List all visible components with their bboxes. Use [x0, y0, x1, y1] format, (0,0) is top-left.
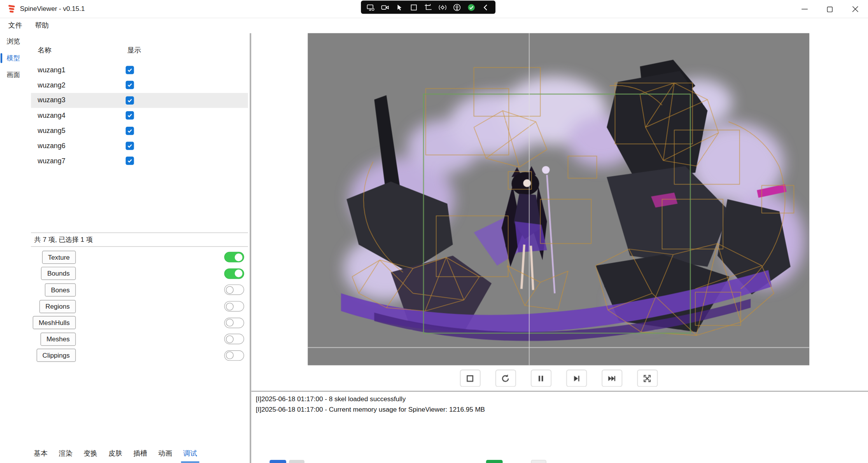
crop-icon[interactable]	[424, 3, 432, 11]
visibility-checkbox[interactable]	[126, 126, 134, 135]
replay-icon	[500, 373, 511, 383]
stop-button[interactable]	[460, 370, 480, 387]
playback-controls	[308, 370, 809, 387]
window-title: SpineViewer - v0.15.1	[20, 5, 85, 13]
model-name: wuzang5	[38, 127, 65, 135]
debug-row: Regions	[31, 298, 244, 314]
visibility-checkbox[interactable]	[126, 157, 134, 165]
meshes-button[interactable]: Meshes	[40, 332, 76, 346]
regions-toggle[interactable]	[224, 301, 244, 311]
model-name: wuzang3	[38, 96, 65, 104]
model-name: wuzang6	[38, 142, 65, 150]
debug-row: Bones	[31, 282, 244, 298]
camera-icon[interactable]	[381, 3, 389, 11]
clippings-toggle[interactable]	[224, 350, 244, 361]
model-row[interactable]: wuzang4	[31, 108, 248, 123]
maximize-button[interactable]	[817, 0, 842, 18]
toggle-knob	[226, 302, 234, 310]
tab-render[interactable]: 渲染	[57, 446, 74, 461]
menu-item-file[interactable]: 文件	[8, 21, 22, 30]
texture-button[interactable]: Texture	[42, 251, 76, 264]
cursor-icon[interactable]	[395, 3, 403, 11]
model-name: wuzang1	[38, 66, 65, 74]
bounds-button[interactable]: Bounds	[41, 267, 76, 280]
capture-toolbar	[361, 0, 495, 14]
tab-skin[interactable]: 皮肤	[107, 446, 124, 461]
model-name: wuzang7	[38, 157, 65, 165]
tab-animation[interactable]: 动画	[157, 446, 174, 461]
debug-row: Bounds	[31, 266, 244, 282]
toggle-knob	[226, 335, 234, 343]
sidebar-item-model[interactable]: 模型	[0, 50, 26, 66]
model-row[interactable]: wuzang5	[31, 123, 248, 138]
window-controls	[792, 0, 868, 18]
render-viewport[interactable]	[308, 33, 809, 365]
visibility-checkbox[interactable]	[126, 66, 134, 74]
tab-slot[interactable]: 插槽	[132, 446, 149, 461]
tab-transform[interactable]: 变换	[82, 446, 99, 461]
log-panel: [I]2025-06-18 01:17:00 - 8 skel loaded s…	[256, 394, 868, 415]
meshes-toggle[interactable]	[224, 334, 244, 344]
frame-icon[interactable]	[410, 3, 418, 11]
titlebar[interactable]: SpineViewer - v0.15.1	[0, 0, 868, 18]
horizontal-splitter[interactable]	[251, 391, 868, 392]
bones-button[interactable]: Bones	[45, 283, 76, 297]
log-line: [I]2025-06-18 01:17:00 - Current memory …	[256, 405, 868, 415]
pause-icon	[536, 373, 546, 383]
accessibility-icon[interactable]	[453, 3, 461, 11]
sidebar-item-screen[interactable]: 画面	[0, 66, 26, 83]
replay-button[interactable]	[495, 370, 516, 387]
minimize-button[interactable]	[792, 0, 817, 18]
texture-toggle[interactable]	[224, 252, 244, 262]
collapse-icon[interactable]	[481, 3, 490, 11]
model-row[interactable]: wuzang3	[31, 93, 248, 108]
regions-button[interactable]: Regions	[39, 300, 76, 313]
tab-basic[interactable]: 基本	[32, 446, 49, 461]
model-name: wuzang4	[38, 112, 65, 119]
spineviewer-window: SpineViewer - v0.15.1 文件帮助 浏览模型画面 名称 显示 …	[0, 0, 868, 463]
minimize-icon	[802, 9, 808, 9]
step-forward-button[interactable]	[566, 370, 587, 387]
column-header-visible: 显示	[127, 46, 141, 55]
bones-toggle[interactable]	[224, 285, 244, 295]
meshhulls-button[interactable]: MeshHulls	[33, 316, 76, 329]
check-icon[interactable]	[467, 3, 475, 11]
clippings-button[interactable]: Clippings	[36, 349, 76, 362]
model-row[interactable]: wuzang1	[31, 63, 248, 78]
model-row[interactable]: wuzang7	[31, 154, 248, 169]
debug-row: Meshes	[31, 331, 244, 347]
bottom-tab-strip: 基本渲染变换皮肤插槽动画调试	[32, 446, 199, 461]
pause-button[interactable]	[530, 370, 551, 387]
toggle-knob	[235, 270, 243, 278]
log-line: [I]2025-06-18 01:17:00 - 8 skel loaded s…	[256, 394, 868, 405]
debug-row: Clippings	[31, 347, 244, 363]
tab-debug[interactable]: 调试	[182, 446, 199, 461]
model-rows: wuzang1 wuzang2 wuzang3 wuzang4 wuzang5 …	[31, 63, 248, 169]
taskbar-peek-icon	[486, 460, 503, 463]
gear-icon[interactable]	[438, 3, 446, 11]
debug-row: MeshHulls	[31, 314, 244, 331]
visibility-checkbox[interactable]	[126, 81, 134, 89]
model-list: 名称 显示 wuzang1 wuzang2 wuzang3 wuzang4 wu…	[31, 33, 248, 232]
toggle-knob	[226, 319, 234, 327]
meshhulls-toggle[interactable]	[224, 318, 244, 328]
toggle-knob	[226, 352, 234, 360]
bounds-toggle[interactable]	[224, 268, 244, 279]
fullscreen-button[interactable]	[637, 370, 658, 387]
display-record-icon[interactable]	[366, 3, 374, 11]
side-nav: 浏览模型画面	[0, 33, 26, 463]
menu-item-help[interactable]: 帮助	[35, 21, 49, 30]
visibility-checkbox[interactable]	[126, 111, 134, 119]
model-row[interactable]: wuzang2	[31, 78, 248, 93]
model-panel: 名称 显示 wuzang1 wuzang2 wuzang3 wuzang4 wu…	[26, 33, 250, 463]
taskbar-peek-icon	[270, 460, 286, 463]
debug-toggle-list: Texture Bounds Bones Regions MeshHulls M…	[31, 249, 244, 364]
debug-row: Texture	[31, 249, 244, 266]
skip-forward-button[interactable]	[602, 370, 622, 387]
visibility-checkbox[interactable]	[126, 96, 134, 104]
selection-status: 共 7 项, 已选择 1 项	[31, 232, 248, 247]
sidebar-item-browse[interactable]: 浏览	[0, 33, 26, 50]
visibility-checkbox[interactable]	[126, 142, 134, 150]
close-button[interactable]	[843, 0, 868, 18]
model-row[interactable]: wuzang6	[31, 138, 248, 154]
